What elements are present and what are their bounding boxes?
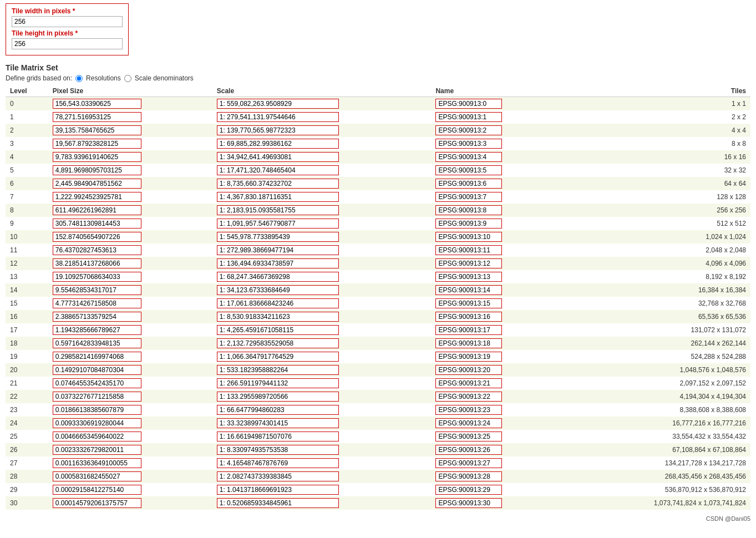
name-input[interactable]	[435, 392, 502, 402]
cell-scale[interactable]	[212, 377, 432, 390]
cell-pixelsize[interactable]	[48, 177, 212, 190]
cell-scale[interactable]	[212, 403, 432, 417]
name-input[interactable]	[435, 152, 502, 162]
name-input[interactable]	[435, 272, 502, 282]
name-input[interactable]	[435, 298, 502, 308]
cell-pixelsize[interactable]	[48, 323, 212, 337]
scale-input[interactable]	[217, 405, 339, 415]
scale-input[interactable]	[217, 485, 339, 495]
cell-scale[interactable]	[212, 363, 432, 377]
pixelsize-input[interactable]	[53, 418, 141, 428]
cell-pixelsize[interactable]	[48, 430, 212, 443]
cell-name[interactable]	[431, 257, 568, 270]
cell-pixelsize[interactable]	[48, 470, 212, 483]
pixelsize-input[interactable]	[53, 445, 141, 455]
name-input[interactable]	[435, 99, 502, 109]
scale-input[interactable]	[217, 285, 339, 295]
cell-name[interactable]	[431, 417, 568, 430]
pixelsize-input[interactable]	[53, 471, 141, 481]
pixelsize-input[interactable]	[53, 99, 141, 109]
name-input[interactable]	[435, 365, 502, 375]
pixelsize-input[interactable]	[53, 165, 141, 175]
cell-name[interactable]	[431, 190, 568, 204]
cell-pixelsize[interactable]	[48, 110, 212, 124]
pixelsize-input[interactable]	[53, 285, 141, 295]
cell-scale[interactable]	[212, 190, 432, 204]
name-input[interactable]	[435, 498, 502, 508]
cell-name[interactable]	[431, 230, 568, 243]
pixelsize-input[interactable]	[53, 258, 141, 268]
name-input[interactable]	[435, 219, 502, 229]
cell-scale[interactable]	[212, 110, 432, 124]
pixelsize-input[interactable]	[53, 352, 141, 362]
cell-name[interactable]	[431, 124, 568, 137]
cell-name[interactable]	[431, 323, 568, 337]
name-input[interactable]	[435, 405, 502, 415]
scale-input[interactable]	[217, 352, 339, 362]
cell-name[interactable]	[431, 483, 568, 496]
cell-pixelsize[interactable]	[48, 443, 212, 456]
tile-width-input[interactable]	[12, 16, 123, 27]
scale-input[interactable]	[217, 458, 339, 468]
cell-scale[interactable]	[212, 496, 432, 510]
cell-pixelsize[interactable]	[48, 377, 212, 390]
pixelsize-input[interactable]	[53, 498, 141, 508]
cell-name[interactable]	[431, 110, 568, 124]
cell-pixelsize[interactable]	[48, 363, 212, 377]
cell-scale[interactable]	[212, 150, 432, 164]
name-input[interactable]	[435, 139, 502, 149]
cell-pixelsize[interactable]	[48, 350, 212, 363]
cell-name[interactable]	[431, 363, 568, 377]
scale-input[interactable]	[217, 312, 339, 322]
cell-pixelsize[interactable]	[48, 456, 212, 470]
cell-name[interactable]	[431, 337, 568, 350]
scale-input[interactable]	[217, 445, 339, 455]
pixelsize-input[interactable]	[53, 152, 141, 162]
cell-pixelsize[interactable]	[48, 137, 212, 150]
name-input[interactable]	[435, 378, 502, 388]
cell-pixelsize[interactable]	[48, 270, 212, 283]
cell-pixelsize[interactable]	[48, 190, 212, 204]
pixelsize-input[interactable]	[53, 485, 141, 495]
radio-scale-label[interactable]: Scale denominators	[135, 74, 194, 82]
scale-input[interactable]	[217, 245, 339, 255]
name-input[interactable]	[435, 458, 502, 468]
scale-input[interactable]	[217, 179, 339, 189]
cell-pixelsize[interactable]	[48, 124, 212, 137]
cell-scale[interactable]	[212, 124, 432, 137]
cell-name[interactable]	[431, 403, 568, 417]
scale-input[interactable]	[217, 219, 339, 229]
pixelsize-input[interactable]	[53, 392, 141, 402]
pixelsize-input[interactable]	[53, 112, 141, 122]
scale-input[interactable]	[217, 365, 339, 375]
cell-scale[interactable]	[212, 390, 432, 403]
cell-pixelsize[interactable]	[48, 297, 212, 310]
pixelsize-input[interactable]	[53, 192, 141, 202]
name-input[interactable]	[435, 245, 502, 255]
pixelsize-input[interactable]	[53, 325, 141, 335]
scale-input[interactable]	[217, 99, 339, 109]
pixelsize-input[interactable]	[53, 245, 141, 255]
cell-pixelsize[interactable]	[48, 243, 212, 257]
radio-resolutions-label[interactable]: Resolutions	[86, 74, 121, 82]
cell-scale[interactable]	[212, 164, 432, 177]
cell-scale[interactable]	[212, 337, 432, 350]
cell-pixelsize[interactable]	[48, 403, 212, 417]
scale-input[interactable]	[217, 112, 339, 122]
name-input[interactable]	[435, 338, 502, 348]
cell-name[interactable]	[431, 310, 568, 323]
cell-pixelsize[interactable]	[48, 417, 212, 430]
cell-pixelsize[interactable]	[48, 150, 212, 164]
scale-input[interactable]	[217, 298, 339, 308]
cell-name[interactable]	[431, 270, 568, 283]
cell-scale[interactable]	[212, 417, 432, 430]
cell-scale[interactable]	[212, 310, 432, 323]
cell-pixelsize[interactable]	[48, 483, 212, 496]
cell-name[interactable]	[431, 390, 568, 403]
cell-name[interactable]	[431, 430, 568, 443]
cell-name[interactable]	[431, 350, 568, 363]
scale-input[interactable]	[217, 125, 339, 135]
cell-scale[interactable]	[212, 350, 432, 363]
cell-name[interactable]	[431, 297, 568, 310]
cell-name[interactable]	[431, 283, 568, 297]
